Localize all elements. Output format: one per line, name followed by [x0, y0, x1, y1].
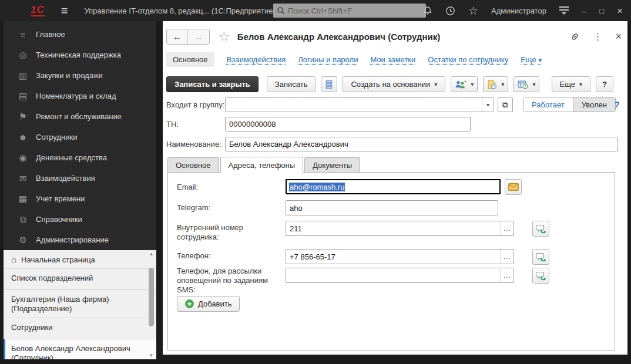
- kebab-menu-icon[interactable]: ⋮: [593, 31, 602, 42]
- chevron-down-icon: ▾: [532, 81, 535, 87]
- forward-button[interactable]: →: [188, 29, 209, 44]
- sms-phone-input[interactable]: [286, 268, 513, 282]
- internal-number-label: Внутренний номер сотрудника:: [177, 223, 286, 242]
- create-based-on-button[interactable]: Создать на основании▾: [343, 76, 445, 92]
- main-area: ← → ☆ Белов Александр Александрович (Сот…: [163, 21, 627, 355]
- favorites-star-icon[interactable]: ☆: [468, 5, 478, 16]
- sidebar-item-administration[interactable]: ⚙Администрирование: [4, 230, 156, 250]
- search-input[interactable]: [288, 6, 422, 15]
- sidebar-item-purchases[interactable]: ▥Закупки и продажи: [4, 65, 156, 86]
- plus-circle-icon: [185, 299, 194, 308]
- name-input[interactable]: [226, 137, 617, 151]
- sms-phone-label: Телефон, для рассылки оповещений по зада…: [177, 267, 286, 295]
- internal-number-field[interactable]: ...: [286, 221, 514, 236]
- navlink-employee-balances[interactable]: Остатки по сотруднику: [428, 55, 508, 64]
- send-email-button[interactable]: [505, 179, 522, 195]
- sidebar-item-time-tracking[interactable]: ▦Учет времени: [4, 188, 156, 209]
- navlink-my-notes[interactable]: Мои заметки: [370, 55, 415, 64]
- telegram-label: Telegram:: [177, 203, 286, 213]
- telegram-input[interactable]: [286, 201, 498, 215]
- link-icon[interactable]: [570, 32, 580, 42]
- scrollbar-thumb[interactable]: [149, 268, 154, 326]
- choose-ellipsis-button[interactable]: ...: [501, 221, 513, 235]
- sidebar-item-repair[interactable]: ⚑Ремонт и обслуживание: [4, 106, 156, 127]
- nav-item-departments-list[interactable]: Список подразделений: [4, 269, 156, 290]
- phone-chat-icon: [536, 271, 546, 281]
- group-input[interactable]: [226, 98, 494, 112]
- history-icon[interactable]: [445, 6, 455, 16]
- close-form-button[interactable]: ×: [615, 31, 622, 43]
- task-document-button[interactable]: ▾: [483, 76, 508, 92]
- sidebar-scrollbar[interactable]: ▲ ▼: [147, 251, 155, 358]
- page-title: Белов Александр Александрович (Сотрудник…: [237, 32, 441, 42]
- sidebar-item-employees[interactable]: ☻Сотрудники: [4, 127, 156, 147]
- group-open-button[interactable]: ⧉: [498, 97, 513, 112]
- choose-ellipsis-button[interactable]: ...: [501, 250, 513, 264]
- help-button[interactable]: ?: [596, 76, 613, 92]
- phone-field[interactable]: ...: [286, 249, 514, 264]
- choose-ellipsis-button[interactable]: ...: [501, 268, 513, 282]
- tn-input[interactable]: [226, 117, 470, 131]
- tab-osnovnoe[interactable]: Основное: [167, 157, 219, 173]
- status-help-link[interactable]: ?: [615, 100, 620, 109]
- doc-clock-icon: [487, 80, 497, 89]
- scheduled-list-button[interactable]: ▾: [513, 76, 539, 92]
- call-button[interactable]: [532, 249, 549, 265]
- search-icon: [277, 6, 285, 15]
- name-field[interactable]: [225, 137, 618, 151]
- notifications-bell-icon[interactable]: [423, 6, 432, 15]
- scroll-up-icon[interactable]: ▲: [147, 251, 155, 257]
- sidebar-item-tech-support[interactable]: ◎Техническая поддержка: [4, 45, 156, 65]
- tn-field[interactable]: [225, 117, 471, 132]
- sidebar-item-money[interactable]: ◉Денежные средства: [4, 147, 156, 168]
- combo-caret-icon[interactable]: ▾: [482, 98, 494, 112]
- chevron-down-icon: ▾: [501, 81, 504, 87]
- add-user-button[interactable]: ▾: [451, 76, 478, 92]
- nav-item-employees[interactable]: Сотрудники: [4, 318, 156, 339]
- maximize-button[interactable]: □: [599, 7, 604, 15]
- nav-item-home[interactable]: ⌂Начальная страница: [4, 250, 156, 269]
- home-icon: ⌂: [11, 254, 16, 264]
- records-icon: [325, 80, 333, 89]
- navlink-more[interactable]: Еще▾: [521, 55, 542, 64]
- sidebar-item-glavnoe[interactable]: ≡Главное: [4, 24, 156, 45]
- group-field[interactable]: ▾: [225, 97, 494, 112]
- back-button[interactable]: ←: [167, 29, 188, 44]
- save-button[interactable]: Записать: [267, 76, 316, 92]
- email-field[interactable]: aho@romash.ru: [286, 179, 501, 194]
- save-and-close-button[interactable]: Записать и закрыть: [166, 76, 259, 92]
- minimize-button[interactable]: –: [582, 6, 586, 15]
- sms-phone-field[interactable]: ...: [286, 268, 514, 283]
- call-button[interactable]: [532, 268, 549, 284]
- navlink-logins-passwords[interactable]: Логины и пароли: [298, 55, 358, 64]
- current-user-label[interactable]: Администратор: [491, 6, 546, 15]
- envelope-icon: [508, 183, 519, 191]
- main-menu-icon[interactable]: ≡: [61, 4, 68, 18]
- navlink-osnovnoe[interactable]: Основное: [166, 52, 214, 67]
- sidebar-item-interactions[interactable]: ✉Взаимодействия: [4, 168, 156, 188]
- phone-chat-icon: [536, 252, 546, 262]
- nav-item-belov-employee[interactable]: Белов Александр Александрович (Сотрудник…: [4, 339, 156, 359]
- phone-input[interactable]: [286, 250, 513, 264]
- internal-number-input[interactable]: [286, 221, 513, 235]
- navlink-interactions[interactable]: Взаимодействия: [227, 55, 286, 64]
- call-button[interactable]: [532, 221, 549, 237]
- favorite-star-icon[interactable]: ☆: [218, 29, 230, 45]
- add-contact-button[interactable]: Добавить: [177, 296, 240, 312]
- more-button[interactable]: Еще▾: [552, 76, 590, 92]
- close-window-button[interactable]: ×: [617, 6, 623, 16]
- nav-item-accounting[interactable]: Бухгалтерия (Наша фирма) (Подразделение): [4, 290, 156, 318]
- tab-documents[interactable]: Документы: [304, 157, 360, 173]
- global-search[interactable]: [273, 4, 426, 18]
- sidebar-item-references[interactable]: ⧉Справочники: [4, 209, 156, 230]
- tn-label: ТН:: [166, 120, 179, 129]
- books-icon: ⧉: [16, 214, 29, 225]
- telegram-field[interactable]: [286, 200, 498, 215]
- tab-addresses-phones[interactable]: Адреса, телефоны: [220, 157, 304, 173]
- status-fired-button[interactable]: Уволен: [573, 97, 615, 112]
- scroll-down-icon[interactable]: ▼: [147, 353, 155, 358]
- sidebar-item-nomenclature[interactable]: ▤Номенклатура и склад: [4, 86, 156, 106]
- status-working-button[interactable]: Работает: [523, 97, 573, 112]
- service-menu-icon[interactable]: [559, 6, 569, 15]
- register-records-button[interactable]: [321, 76, 337, 92]
